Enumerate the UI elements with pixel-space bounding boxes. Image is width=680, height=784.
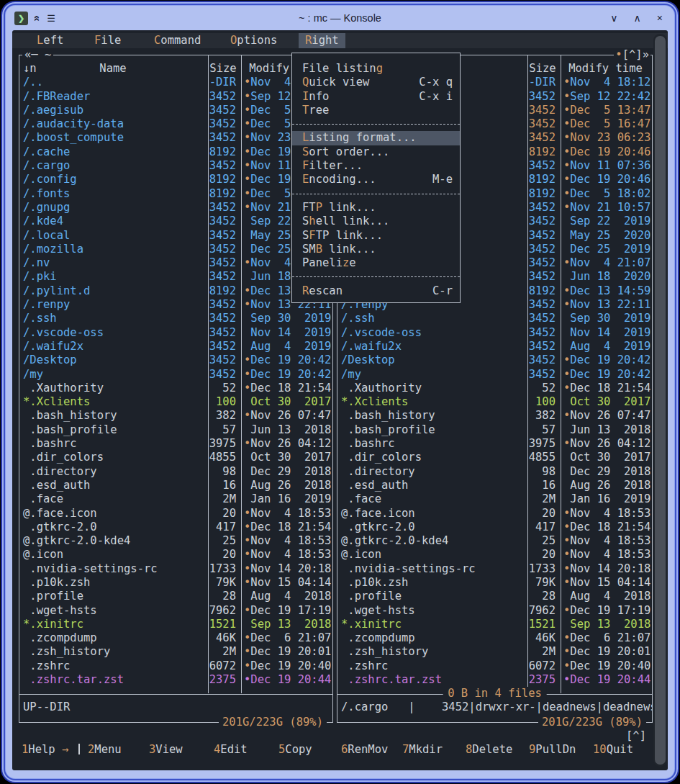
fkey-copy[interactable]: 5Copy [278,743,312,757]
file-row[interactable]: .nvidia-settings-rc1733•Nov 14 20:18 [19,562,332,576]
fkey-view[interactable]: 3View [149,743,183,757]
menubar-item-left[interactable]: Left [30,33,70,48]
file-row[interactable]: .esd_auth16 Aug 26 2018 [337,479,652,492]
fkey-mkdir[interactable]: 7Mkdir [402,743,443,757]
shell-prompt[interactable]: → [22,729,80,743]
file-row[interactable]: /.cargo3452•Nov 11 07:36 [19,159,332,173]
fkey-delete[interactable]: 8Delete [466,743,512,757]
fkey-help[interactable]: 1Help [22,743,55,757]
panel-path-label[interactable]: «─ ~ [22,48,53,62]
file-row[interactable]: .p10k.zsh79K•Nov 15 04:14 [337,576,652,590]
fkey-menu[interactable]: 2Menu [88,743,122,757]
menu-item-filter[interactable]: Filter... [292,159,460,173]
file-row[interactable]: /.vscode-oss3452 Nov 14 2019 [19,326,332,340]
menu-item-shell-link[interactable]: Shell link... [292,215,460,228]
menubar-item-right[interactable]: Right [299,33,345,48]
file-row[interactable]: .dir_colors4855 Oct 30 2017 [19,451,332,464]
file-row[interactable]: .zshrc6072•Dec 19 20:40 [19,659,332,673]
scrollbar-thumb[interactable] [655,36,666,765]
file-row[interactable]: .directory98 Dec 29 2018 [19,465,332,479]
file-row[interactable]: .zcompdump46K•Dec 6 21:07 [337,631,652,645]
file-row[interactable]: /.FBReader3452•Sep 12 22:42 [19,90,332,104]
file-row[interactable]: /.config8192•Dec 19 20:46 [19,173,332,186]
file-row[interactable]: /Desktop3452•Dec 19 20:42 [19,353,332,367]
file-row[interactable]: /.pki3452 Jun 18 2020 [19,270,332,284]
file-row[interactable]: /.vscode-oss3452 Nov 14 2019 [337,326,652,340]
menubar-item-command[interactable]: Command [148,33,207,48]
file-row[interactable]: .gtkrc-2.0417•Dec 18 21:54 [337,521,652,534]
file-row[interactable]: .bashrc3975•Nov 26 04:12 [337,437,652,451]
file-row[interactable]: /Desktop3452•Dec 19 20:42 [337,353,652,367]
file-row[interactable]: /.waifu2x3452 Aug 4 2019 [337,340,652,353]
file-row[interactable]: @.icon20•Nov 4 18:53 [19,548,332,562]
menu-item-quick-view[interactable]: Quick viewC-x q [292,76,460,89]
file-row[interactable]: /.nv3452•Nov 4 21:07 [19,256,332,270]
file-row[interactable]: *.Xclients100 Oct 30 2017 [337,395,652,409]
menu-item-smb-link[interactable]: SMB link... [292,243,460,256]
scrollbar[interactable] [653,34,667,767]
file-row[interactable]: /my3452•Dec 19 20:42 [337,368,652,382]
menu-item-file-listing[interactable]: File listing [292,62,460,76]
menu-item-panelize[interactable]: Panelize [292,256,460,270]
file-row[interactable]: .dir_colors4855 Oct 30 2017 [337,451,652,464]
file-row[interactable]: /.boost_compute3452•Nov 23 06:23 [19,131,332,145]
fkey-quit[interactable]: 10Quit [593,743,633,757]
fkey-renmov[interactable]: 6RenMov [341,743,388,757]
file-row[interactable]: @.icon20•Nov 4 18:53 [337,548,652,562]
file-row[interactable]: @.gtkrc-2.0-kde425•Nov 4 18:53 [337,534,652,548]
file-row[interactable]: .zshrc.tar.zst2375•Dec 19 20:44 [337,673,652,687]
menu-item-rescan[interactable]: RescanC-r [292,284,460,298]
file-row[interactable]: /.waifu2x3452 Aug 4 2019 [19,340,332,353]
file-row[interactable]: /.renpy3452•Nov 13 22:11 [19,298,332,312]
header-size[interactable]: Size [526,62,559,76]
file-row[interactable]: *.Xclients100 Oct 30 2017 [19,395,332,409]
file-row[interactable]: .Xauthority52•Dec 18 21:54 [19,382,332,395]
file-row[interactable]: *.xinitrc1521 Sep 13 2018 [19,618,332,631]
file-row[interactable]: .nvidia-settings-rc1733•Nov 14 20:18 [337,562,652,576]
file-row[interactable]: @.face.icon20•Nov 4 18:53 [19,507,332,521]
file-row[interactable]: /.ssh3452 Sep 30 2019 [19,312,332,325]
konsole-app-icon[interactable]: ❯ [14,12,28,25]
close-button[interactable]: × [657,12,663,24]
minimize-button[interactable]: ∨ [610,12,617,24]
menu-item-sftp-link[interactable]: SFTP link... [292,229,460,243]
file-row[interactable]: .zcompdump46K•Dec 6 21:07 [19,631,332,645]
file-row[interactable]: .zsh_history2M•Dec 19 20:01 [337,645,652,659]
file-row[interactable]: *.xinitrc1521 Sep 13 2018 [337,618,652,631]
hamburger-menu-icon[interactable]: ☰ [47,13,55,24]
menubar-item-options[interactable]: Options [224,33,284,48]
file-row[interactable]: .bash_history382•Nov 26 07:47 [337,409,652,423]
file-row[interactable]: .gtkrc-2.0417•Dec 18 21:54 [19,521,332,534]
fkey-pulldn[interactable]: 9PullDn [529,743,576,757]
menu-item-tree[interactable]: Tree [292,104,460,117]
menu-item-sort-order[interactable]: Sort order... [292,145,460,159]
file-row[interactable]: /.kde43452 Sep 22 2019 [19,215,332,228]
panel-top-indicator[interactable]: •[^]» [614,48,650,62]
menu-item-info[interactable]: InfoC-x i [292,90,460,104]
menu-item-encoding[interactable]: Encoding...M-e [292,173,460,186]
file-row[interactable]: .wget-hsts7962•Dec 19 17:19 [19,604,332,618]
file-row[interactable]: .zsh_history2M•Dec 19 20:01 [19,645,332,659]
header-name[interactable]: Name [19,62,207,76]
menubar-item-file[interactable]: File [88,33,127,48]
file-row[interactable]: @.gtkrc-2.0-kde425•Nov 4 18:53 [19,534,332,548]
file-row[interactable]: .bashrc3975•Nov 26 04:12 [19,437,332,451]
file-row[interactable]: @.face.icon20•Nov 4 18:53 [337,507,652,521]
file-row[interactable]: .directory98 Dec 29 2018 [337,465,652,479]
header-size[interactable]: Size [207,62,240,76]
maximize-button[interactable]: ∧ [634,12,641,24]
file-row[interactable]: /..-DIR•Nov 4 18:12 [19,76,332,89]
file-row[interactable]: .face2M Jan 16 2019 [337,492,652,506]
file-row[interactable]: /.ssh3452 Sep 30 2019 [337,312,652,325]
file-row[interactable]: /.fonts8192•Dec 5 18:02 [19,187,332,201]
file-row[interactable]: .face2M Jan 16 2019 [19,492,332,506]
file-row[interactable]: /.local3452 May 25 2020 [19,229,332,243]
file-row[interactable]: .Xauthority52•Dec 18 21:54 [337,382,652,395]
file-row[interactable]: .esd_auth16 Aug 26 2018 [19,479,332,492]
file-row[interactable]: .profile28 Aug 4 2018 [19,590,332,603]
file-row[interactable]: /.cache8192•Dec 19 20:46 [19,145,332,159]
file-row[interactable]: .profile28 Aug 4 2018 [337,590,652,603]
file-row[interactable]: .bash_profile57 Jun 13 2018 [19,423,332,437]
file-row[interactable]: /.gnupg3452•Nov 21 10:57 [19,201,332,215]
file-row[interactable]: .zshrc.tar.zst2375•Dec 19 20:44 [19,673,332,687]
